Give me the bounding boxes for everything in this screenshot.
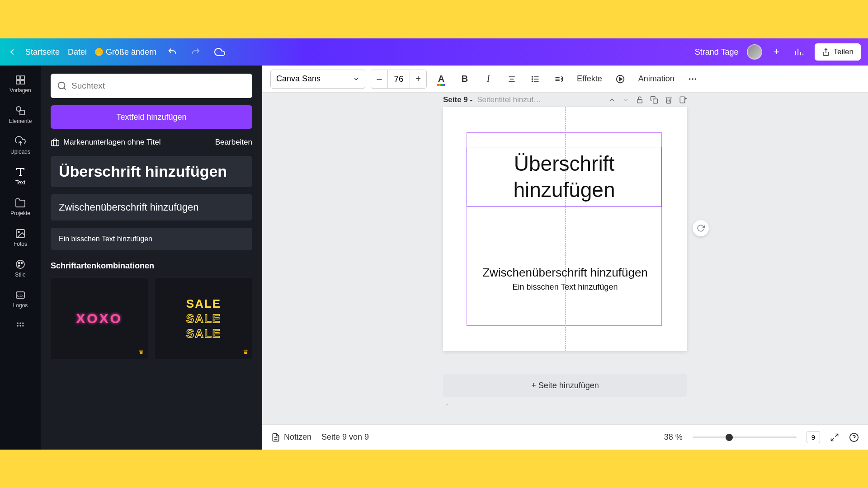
more-options-button[interactable] — [684, 70, 702, 88]
text-color-button[interactable]: A — [432, 70, 450, 88]
page-down-button[interactable] — [622, 96, 629, 103]
edit-brand-kit-link[interactable]: Bearbeiten — [215, 138, 252, 147]
subheading-text-element[interactable]: Zwischenüberschrift hinzufügen — [470, 265, 660, 281]
more-apps-icon — [15, 320, 26, 331]
svg-point-21 — [17, 325, 19, 326]
svg-point-14 — [21, 263, 23, 264]
back-button[interactable] — [7, 47, 17, 57]
canvas-area: Canva Sans – + A B I — [262, 66, 868, 450]
svg-point-11 — [18, 231, 19, 233]
add-body-text-option[interactable]: Ein bisschen Text hinzufügen — [51, 228, 252, 250]
nav-logos[interactable]: CO. Logos — [0, 285, 41, 313]
home-link[interactable]: Startseite — [25, 47, 60, 57]
font-size-increase[interactable]: + — [410, 70, 426, 88]
font-size-decrease[interactable]: – — [371, 70, 387, 88]
svg-rect-46 — [653, 99, 658, 103]
font-combo-xoxo[interactable]: XOXO ♛ — [51, 278, 148, 359]
nav-photos[interactable]: Fotos — [0, 224, 41, 252]
search-input[interactable] — [71, 81, 246, 91]
chevron-down-icon — [353, 76, 359, 82]
fullscreen-button[interactable] — [830, 433, 839, 442]
search-input-wrapper[interactable] — [51, 74, 252, 98]
font-combo-sale[interactable]: SALE SALE SALE ♛ — [155, 278, 252, 359]
user-avatar[interactable] — [747, 44, 762, 60]
logos-icon: CO. — [15, 290, 26, 300]
effects-button[interactable]: Effekte — [573, 74, 606, 84]
nav-rail: Vorlagen Elemente Uploads Text Projekte … — [0, 66, 41, 450]
context-toolbar: Canva Sans – + A B I — [262, 66, 868, 93]
undo-button[interactable] — [165, 44, 180, 60]
font-size-input[interactable] — [387, 70, 410, 88]
delete-page-button[interactable] — [665, 96, 673, 104]
file-menu[interactable]: Datei — [68, 47, 87, 57]
page-up-button[interactable] — [609, 96, 616, 103]
page-counter[interactable]: Seite 9 von 9 — [321, 432, 369, 442]
svg-point-34 — [532, 79, 533, 80]
top-bar: Startseite Datei 👑 Größe ändern Strand T… — [0, 38, 868, 66]
svg-rect-2 — [21, 76, 24, 80]
add-page-button[interactable]: + Seite hinzufügen — [443, 374, 687, 397]
templates-icon — [15, 75, 26, 85]
styles-icon — [15, 259, 26, 270]
italic-button[interactable]: I — [479, 70, 497, 88]
spacing-button[interactable] — [550, 70, 568, 88]
page-title-input[interactable]: Seitentitel hinzuf… — [477, 95, 541, 104]
font-combos-title: Schriftartenkombinationen — [51, 261, 252, 271]
svg-point-35 — [532, 81, 533, 82]
svg-point-44 — [694, 78, 696, 80]
nav-text[interactable]: Text — [0, 162, 41, 190]
bold-button[interactable]: B — [456, 70, 474, 88]
expand-pages-button[interactable] — [443, 403, 687, 411]
zoom-thumb[interactable] — [726, 434, 733, 441]
svg-rect-26 — [52, 141, 59, 146]
nav-elements[interactable]: Elemente — [0, 101, 41, 129]
help-button[interactable] — [849, 432, 859, 442]
add-page-icon-button[interactable] — [679, 96, 687, 104]
font-family-select[interactable]: Canva Sans — [270, 70, 365, 89]
nav-more[interactable] — [0, 316, 41, 336]
cloud-sync-icon[interactable] — [212, 44, 228, 60]
nav-projects[interactable]: Projekte — [0, 193, 41, 221]
insights-button[interactable] — [791, 44, 807, 60]
page-grid-button[interactable]: 9 — [807, 431, 820, 443]
add-subheading-option[interactable]: Zwischenüberschrift hinzufügen — [51, 194, 252, 221]
svg-marker-41 — [619, 77, 622, 80]
brand-kit-label[interactable]: Markenunterlagen ohne Titel — [63, 138, 160, 147]
zoom-value[interactable]: 38 % — [664, 432, 683, 442]
heading-text-element[interactable]: Überschrift hinzufügen — [467, 147, 662, 207]
add-member-button[interactable]: + — [770, 46, 783, 58]
animation-button[interactable]: Animation — [635, 74, 678, 84]
alignment-button[interactable] — [503, 70, 521, 88]
duplicate-page-button[interactable] — [650, 96, 658, 104]
lock-page-button[interactable] — [636, 96, 644, 104]
svg-point-15 — [19, 265, 20, 267]
nav-templates[interactable]: Vorlagen — [0, 70, 41, 98]
svg-point-18 — [17, 323, 19, 324]
nav-uploads[interactable]: Uploads — [0, 131, 41, 160]
svg-rect-4 — [21, 80, 24, 84]
svg-point-42 — [689, 78, 691, 80]
photos-icon — [15, 228, 26, 239]
list-button[interactable] — [526, 70, 544, 88]
body-text-element[interactable]: Ein bisschen Text hinzufügen — [470, 282, 660, 292]
notes-button[interactable]: Notizen — [271, 432, 311, 442]
svg-rect-1 — [16, 76, 20, 80]
nav-styles[interactable]: Stile — [0, 254, 41, 282]
add-textbox-button[interactable]: Textfeld hinzufügen — [51, 105, 252, 129]
briefcase-icon — [51, 138, 60, 147]
document-title[interactable]: Strand Tage — [695, 47, 739, 57]
add-heading-option[interactable]: Überschrift hinzufügen — [51, 156, 252, 187]
combo-preview: SALE SALE SALE — [186, 297, 221, 341]
regenerate-button[interactable] — [693, 220, 709, 236]
redo-button[interactable] — [188, 44, 203, 60]
svg-point-24 — [58, 82, 65, 89]
svg-rect-6 — [20, 110, 24, 115]
share-button[interactable]: Teilen — [815, 43, 861, 61]
resize-button[interactable]: 👑 Größe ändern — [95, 47, 156, 57]
zoom-slider[interactable] — [693, 436, 797, 438]
svg-line-52 — [835, 434, 838, 436]
uploads-icon — [15, 136, 26, 147]
svg-rect-3 — [16, 80, 20, 84]
premium-icon: ♛ — [243, 348, 249, 356]
canvas-page[interactable]: Überschrift hinzufügen Zwischenüberschri… — [443, 107, 687, 351]
